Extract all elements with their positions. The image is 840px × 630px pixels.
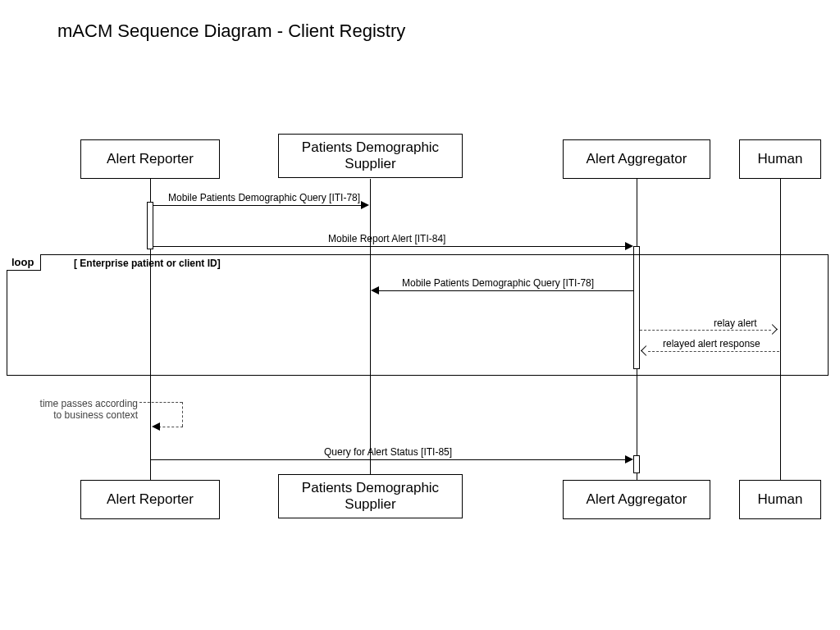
msg6-arrowhead [625, 455, 633, 463]
msg4-label: relay alert [714, 317, 757, 329]
msg2-arrowhead [625, 242, 633, 250]
msg1-label: Mobile Patients Demographic Query [ITI-7… [168, 192, 360, 203]
msg2-arrow [153, 246, 626, 247]
label: Human [758, 491, 803, 508]
label: Alert Reporter [107, 151, 194, 167]
label: Alert Aggregator [587, 151, 687, 167]
self-dash-right [182, 402, 183, 427]
self-dash-bottom [158, 427, 183, 427]
self-arrowhead [152, 422, 160, 431]
loop-guard: [ Enterprise patient or client ID] [74, 258, 221, 269]
msg3-label: Mobile Patients Demographic Query [ITI-7… [402, 277, 594, 289]
msg5-label: relayed alert response [663, 338, 760, 349]
participant-alert-reporter-bottom: Alert Reporter [80, 480, 220, 519]
self-dash-top [139, 402, 182, 403]
label: Patients Demographic Supplier [302, 480, 439, 512]
page-title: mACM Sequence Diagram - Client Registry [57, 21, 405, 42]
participant-pds-bottom: Patients Demographic Supplier [278, 474, 463, 518]
activation-aggregator-bottom [633, 455, 640, 473]
label: Patients Demographic Supplier [302, 139, 439, 171]
msg1-arrow [153, 205, 363, 206]
msg1-arrowhead [361, 201, 369, 209]
msg3-arrowhead [371, 286, 379, 294]
msg2-label: Mobile Report Alert [ITI-84] [328, 233, 445, 244]
msg4-arrow [640, 330, 771, 331]
label: Alert Aggregator [587, 491, 687, 508]
self-note: time passes according to business contex… [31, 398, 138, 422]
loop-frame [7, 254, 829, 376]
participant-alert-aggregator-bottom: Alert Aggregator [563, 480, 710, 519]
label: Human [758, 151, 803, 167]
msg3-arrow [377, 290, 633, 291]
participant-alert-aggregator-top: Alert Aggregator [563, 139, 710, 179]
msg5-arrow [648, 351, 779, 352]
label: Alert Reporter [107, 491, 194, 508]
msg6-label: Query for Alert Status [ITI-85] [324, 446, 452, 458]
participant-human-bottom: Human [739, 480, 821, 519]
participant-alert-reporter-top: Alert Reporter [80, 139, 220, 179]
activation-alert-reporter [147, 202, 153, 249]
participant-pds-top: Patients Demographic Supplier [278, 134, 463, 178]
loop-operator-label: loop [11, 256, 34, 268]
msg6-arrow [150, 459, 626, 460]
loop-operator: loop [7, 254, 41, 271]
participant-human-top: Human [739, 139, 821, 179]
